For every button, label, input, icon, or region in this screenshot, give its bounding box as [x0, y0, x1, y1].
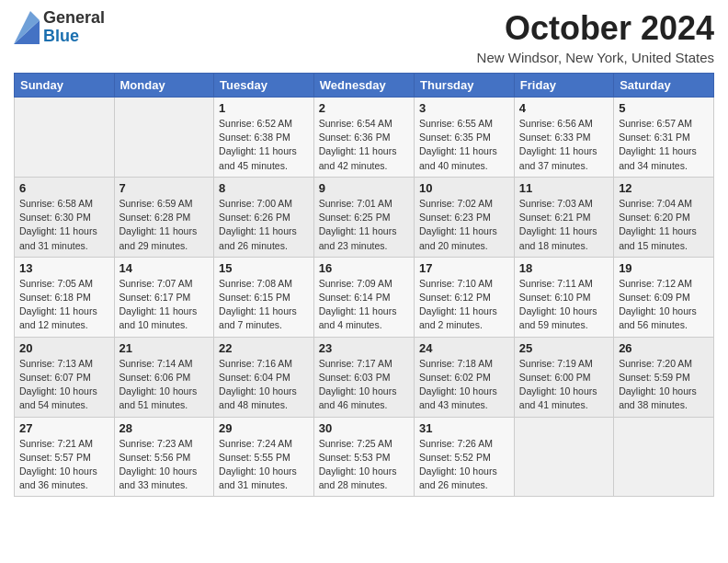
- day-info-18: Sunrise: 7:11 AM Sunset: 6:10 PM Dayligh…: [519, 277, 609, 333]
- day-number-6: 6: [19, 181, 109, 195]
- day-cell-23: 23Sunrise: 7:17 AM Sunset: 6:03 PM Dayli…: [313, 337, 414, 417]
- day-info-30: Sunrise: 7:25 AM Sunset: 5:53 PM Dayligh…: [319, 437, 409, 493]
- day-number-20: 20: [19, 341, 109, 355]
- day-info-13: Sunrise: 7:05 AM Sunset: 6:18 PM Dayligh…: [19, 277, 109, 333]
- weekday-header-monday: Monday: [114, 74, 214, 98]
- day-number-21: 21: [119, 341, 210, 355]
- day-number-10: 10: [419, 181, 509, 195]
- day-info-9: Sunrise: 7:01 AM Sunset: 6:25 PM Dayligh…: [319, 197, 409, 253]
- day-number-24: 24: [419, 341, 509, 355]
- day-info-25: Sunrise: 7:19 AM Sunset: 6:00 PM Dayligh…: [519, 357, 609, 413]
- day-number-11: 11: [519, 181, 609, 195]
- day-cell-25: 25Sunrise: 7:19 AM Sunset: 6:00 PM Dayli…: [514, 337, 613, 417]
- day-cell-28: 28Sunrise: 7:23 AM Sunset: 5:56 PM Dayli…: [114, 417, 214, 497]
- day-cell-15: 15Sunrise: 7:08 AM Sunset: 6:15 PM Dayli…: [214, 257, 314, 337]
- day-number-1: 1: [219, 101, 309, 115]
- day-info-10: Sunrise: 7:02 AM Sunset: 6:23 PM Dayligh…: [419, 197, 509, 253]
- day-info-23: Sunrise: 7:17 AM Sunset: 6:03 PM Dayligh…: [319, 357, 409, 413]
- day-cell-6: 6Sunrise: 6:58 AM Sunset: 6:30 PM Daylig…: [15, 177, 115, 257]
- day-number-16: 16: [319, 261, 409, 275]
- day-number-23: 23: [319, 341, 409, 355]
- day-number-7: 7: [119, 181, 210, 195]
- day-info-29: Sunrise: 7:24 AM Sunset: 5:55 PM Dayligh…: [219, 437, 309, 493]
- day-number-18: 18: [519, 261, 609, 275]
- month-title: October 2024: [477, 9, 714, 48]
- day-cell-24: 24Sunrise: 7:18 AM Sunset: 6:02 PM Dayli…: [415, 337, 515, 417]
- title-block: October 2024 New Windsor, New York, Unit…: [477, 9, 714, 65]
- day-number-8: 8: [219, 181, 309, 195]
- day-cell-3: 3Sunrise: 6:55 AM Sunset: 6:35 PM Daylig…: [415, 98, 515, 178]
- weekday-header-thursday: Thursday: [415, 74, 515, 98]
- day-number-25: 25: [519, 341, 609, 355]
- day-cell-8: 8Sunrise: 7:00 AM Sunset: 6:26 PM Daylig…: [214, 177, 314, 257]
- day-cell-18: 18Sunrise: 7:11 AM Sunset: 6:10 PM Dayli…: [514, 257, 613, 337]
- page-header: General Blue October 2024 New Windsor, N…: [14, 9, 714, 65]
- day-number-22: 22: [219, 341, 309, 355]
- day-number-14: 14: [119, 261, 210, 275]
- week-row-5: 27Sunrise: 7:21 AM Sunset: 5:57 PM Dayli…: [15, 417, 714, 497]
- day-number-26: 26: [619, 341, 709, 355]
- day-cell-26: 26Sunrise: 7:20 AM Sunset: 5:59 PM Dayli…: [614, 337, 714, 417]
- week-row-2: 6Sunrise: 6:58 AM Sunset: 6:30 PM Daylig…: [15, 177, 714, 257]
- day-cell-21: 21Sunrise: 7:14 AM Sunset: 6:06 PM Dayli…: [114, 337, 214, 417]
- day-info-28: Sunrise: 7:23 AM Sunset: 5:56 PM Dayligh…: [119, 437, 210, 493]
- day-info-16: Sunrise: 7:09 AM Sunset: 6:14 PM Dayligh…: [319, 277, 409, 333]
- day-cell-31: 31Sunrise: 7:26 AM Sunset: 5:52 PM Dayli…: [415, 417, 515, 497]
- day-number-19: 19: [619, 261, 709, 275]
- day-number-5: 5: [619, 101, 709, 115]
- day-info-26: Sunrise: 7:20 AM Sunset: 5:59 PM Dayligh…: [619, 357, 709, 413]
- day-number-12: 12: [619, 181, 709, 195]
- week-row-3: 13Sunrise: 7:05 AM Sunset: 6:18 PM Dayli…: [15, 257, 714, 337]
- day-info-11: Sunrise: 7:03 AM Sunset: 6:21 PM Dayligh…: [519, 197, 609, 253]
- day-number-4: 4: [519, 101, 609, 115]
- day-cell-14: 14Sunrise: 7:07 AM Sunset: 6:17 PM Dayli…: [114, 257, 214, 337]
- location: New Windsor, New York, United States: [477, 50, 714, 65]
- day-info-14: Sunrise: 7:07 AM Sunset: 6:17 PM Dayligh…: [119, 277, 210, 333]
- weekday-header-row: SundayMondayTuesdayWednesdayThursdayFrid…: [15, 74, 714, 98]
- logo-general: General: [43, 9, 105, 28]
- day-info-3: Sunrise: 6:55 AM Sunset: 6:35 PM Dayligh…: [419, 117, 509, 173]
- weekday-header-saturday: Saturday: [614, 74, 714, 98]
- logo: General Blue: [14, 9, 105, 46]
- day-info-15: Sunrise: 7:08 AM Sunset: 6:15 PM Dayligh…: [219, 277, 309, 333]
- day-cell-16: 16Sunrise: 7:09 AM Sunset: 6:14 PM Dayli…: [313, 257, 414, 337]
- logo-blue: Blue: [43, 28, 105, 46]
- day-cell-29: 29Sunrise: 7:24 AM Sunset: 5:55 PM Dayli…: [214, 417, 314, 497]
- logo-text: General Blue: [43, 9, 105, 46]
- day-cell-5: 5Sunrise: 6:57 AM Sunset: 6:31 PM Daylig…: [614, 98, 714, 178]
- day-cell-9: 9Sunrise: 7:01 AM Sunset: 6:25 PM Daylig…: [313, 177, 414, 257]
- day-info-1: Sunrise: 6:52 AM Sunset: 6:38 PM Dayligh…: [219, 117, 309, 173]
- day-info-6: Sunrise: 6:58 AM Sunset: 6:30 PM Dayligh…: [19, 197, 109, 253]
- day-cell-4: 4Sunrise: 6:56 AM Sunset: 6:33 PM Daylig…: [514, 98, 613, 178]
- week-row-1: 1Sunrise: 6:52 AM Sunset: 6:38 PM Daylig…: [15, 98, 714, 178]
- day-info-21: Sunrise: 7:14 AM Sunset: 6:06 PM Dayligh…: [119, 357, 210, 413]
- weekday-header-tuesday: Tuesday: [214, 74, 314, 98]
- day-cell-17: 17Sunrise: 7:10 AM Sunset: 6:12 PM Dayli…: [415, 257, 515, 337]
- day-cell-1: 1Sunrise: 6:52 AM Sunset: 6:38 PM Daylig…: [214, 98, 314, 178]
- day-cell-13: 13Sunrise: 7:05 AM Sunset: 6:18 PM Dayli…: [15, 257, 115, 337]
- day-cell-19: 19Sunrise: 7:12 AM Sunset: 6:09 PM Dayli…: [614, 257, 714, 337]
- day-info-12: Sunrise: 7:04 AM Sunset: 6:20 PM Dayligh…: [619, 197, 709, 253]
- day-cell-27: 27Sunrise: 7:21 AM Sunset: 5:57 PM Dayli…: [15, 417, 115, 497]
- calendar-table: SundayMondayTuesdayWednesdayThursdayFrid…: [14, 73, 714, 497]
- empty-cell: [114, 98, 214, 178]
- day-info-17: Sunrise: 7:10 AM Sunset: 6:12 PM Dayligh…: [419, 277, 509, 333]
- day-info-22: Sunrise: 7:16 AM Sunset: 6:04 PM Dayligh…: [219, 357, 309, 413]
- day-cell-20: 20Sunrise: 7:13 AM Sunset: 6:07 PM Dayli…: [15, 337, 115, 417]
- day-cell-11: 11Sunrise: 7:03 AM Sunset: 6:21 PM Dayli…: [514, 177, 613, 257]
- weekday-header-friday: Friday: [514, 74, 613, 98]
- day-number-17: 17: [419, 261, 509, 275]
- day-number-2: 2: [319, 101, 409, 115]
- day-info-19: Sunrise: 7:12 AM Sunset: 6:09 PM Dayligh…: [619, 277, 709, 333]
- empty-cell: [614, 417, 714, 497]
- day-number-29: 29: [219, 421, 309, 435]
- weekday-header-sunday: Sunday: [15, 74, 115, 98]
- day-number-9: 9: [319, 181, 409, 195]
- day-info-27: Sunrise: 7:21 AM Sunset: 5:57 PM Dayligh…: [19, 437, 109, 493]
- day-info-2: Sunrise: 6:54 AM Sunset: 6:36 PM Dayligh…: [319, 117, 409, 173]
- day-cell-2: 2Sunrise: 6:54 AM Sunset: 6:36 PM Daylig…: [313, 98, 414, 178]
- day-info-20: Sunrise: 7:13 AM Sunset: 6:07 PM Dayligh…: [19, 357, 109, 413]
- day-number-28: 28: [119, 421, 210, 435]
- empty-cell: [15, 98, 115, 178]
- day-info-31: Sunrise: 7:26 AM Sunset: 5:52 PM Dayligh…: [419, 437, 509, 493]
